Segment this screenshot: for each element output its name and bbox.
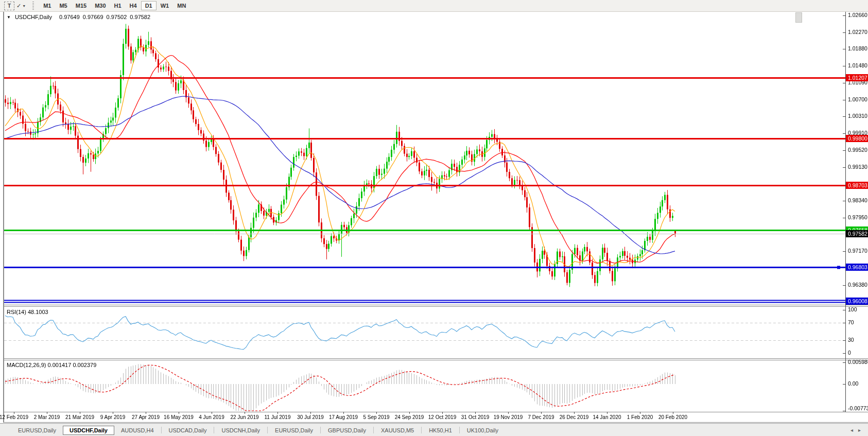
ohlc-open: 0.97649 — [59, 14, 80, 20]
price-axis-tick: 1.01480 — [848, 62, 867, 68]
ohlc-close: 0.97582 — [130, 14, 150, 20]
chart-tab-eurusd-daily[interactable]: EURUSD,Daily — [11, 426, 63, 435]
timeframe-buttons: M1M5M15M30H1H4D1W1MN — [39, 1, 190, 10]
chart-tab-xauusd-m5[interactable]: XAUUSD,M5 — [374, 426, 421, 435]
timeframe-button-m1[interactable]: M1 — [39, 1, 55, 10]
text-template-tool-icon[interactable]: T — [4, 2, 14, 10]
price-axis-tick: 0.97170 — [848, 248, 867, 254]
ohlc-low: 0.97502 — [107, 14, 127, 20]
tab-divider — [214, 427, 214, 433]
tab-divider — [320, 427, 321, 433]
tab-divider — [373, 427, 374, 433]
mt4-terminal: { "toolbar": { "text_tool_glyph": "T", "… — [0, 0, 868, 436]
timeframe-button-d1[interactable]: D1 — [141, 1, 157, 10]
macd-indicator-label: MACD(12,26,9) 0.001417 0.002379 — [7, 362, 96, 368]
price-axis-tick: 0.97950 — [848, 214, 867, 220]
chart-tab-bar: EURUSD,DailyUSDCHF,DailyAUDUSD,H4USDCAD,… — [0, 423, 868, 436]
chart-tab-uk100-daily[interactable]: UK100,Daily — [460, 426, 505, 435]
rsi-axis-tick: 30 — [848, 337, 854, 343]
price-level-badge: 0.97582 — [846, 230, 868, 237]
macd-axis-tick: -0.007737 — [848, 405, 868, 411]
timeframe-button-m15[interactable]: M15 — [72, 1, 91, 10]
tab-divider — [421, 427, 422, 433]
macd-axis-tick: 0.005986 — [848, 359, 868, 365]
timeframe-button-h1[interactable]: H1 — [110, 1, 126, 10]
chevron-down-icon: ▼ — [7, 15, 11, 20]
price-level-badge: 0.99800 — [846, 135, 868, 142]
cycle-colors-tool[interactable]: ✓ ▼ — [16, 1, 26, 10]
tab-divider — [267, 427, 268, 433]
timeframe-button-h4[interactable]: H4 — [126, 1, 141, 10]
chart-tab-usdcnh-daily[interactable]: USDCNH,Daily — [215, 426, 267, 435]
timeframe-button-w1[interactable]: W1 — [157, 1, 173, 10]
scrollbar-thumb[interactable] — [795, 12, 802, 23]
top-toolbar: T ✓ ▼ M1M5M15M30H1H4D1W1MN — [0, 0, 868, 12]
chevron-down-icon: ▼ — [22, 4, 26, 8]
timeframe-button-m5[interactable]: M5 — [55, 1, 71, 10]
rsi-axis-tick: 100 — [848, 306, 857, 312]
tab-scroll-left-icon[interactable]: ◂ — [850, 427, 853, 433]
timeframe-button-m30[interactable]: M30 — [91, 1, 110, 10]
chart-tab-audusd-h4[interactable]: AUDUSD,H4 — [114, 426, 161, 435]
toolbar-grip — [32, 2, 34, 10]
timeframe-button-mn[interactable]: MN — [173, 1, 190, 10]
price-axis-tick: 1.02270 — [848, 29, 867, 35]
price-axis-tick: 0.96380 — [848, 282, 867, 288]
ohlc-high: 0.97669 — [83, 14, 103, 20]
price-level-badge: 1.01207 — [846, 74, 868, 81]
rsi-axis-tick: 70 — [848, 319, 854, 325]
date-axis-label: 20 Feb 2020 — [652, 414, 693, 420]
price-axis-tick: 1.01880 — [848, 45, 867, 51]
chart-tab-usdcad-daily[interactable]: USDCAD,Daily — [162, 426, 214, 435]
price-axis-tick: 0.98340 — [848, 197, 867, 203]
check-icon: ✓ — [16, 3, 21, 9]
price-axis-tick: 1.00700 — [848, 96, 867, 102]
tab-divider — [459, 427, 460, 433]
tab-scroll-right-icon[interactable]: ▸ — [858, 427, 861, 433]
chart-tab-gbpusd-daily[interactable]: GBPUSD,Daily — [321, 426, 373, 435]
symbol-name: USDCHF,Daily — [15, 14, 52, 20]
price-level-badge: 0.96008 — [846, 298, 868, 305]
chart-canvas[interactable] — [0, 0, 868, 436]
price-axis-tick: 1.00310 — [848, 113, 867, 119]
price-level-badge: 0.96803 — [846, 264, 868, 271]
rsi-axis-tick: 0 — [848, 350, 851, 356]
price-axis-tick: 0.99520 — [848, 147, 867, 153]
chart-title[interactable]: ▼ USDCHF,Daily 0.97649 0.97669 0.97502 0… — [7, 14, 150, 20]
rsi-indicator-label: RSI(14) 48.1003 — [7, 309, 48, 315]
price-axis-tick: 1.02660 — [848, 12, 867, 18]
chart-tab-eurusd-daily[interactable]: EURUSD,Daily — [268, 426, 320, 435]
macd-axis-tick: 0.00 — [848, 380, 858, 387]
price-axis-tick: 0.99130 — [848, 164, 867, 170]
chart-tab-hk50-h1[interactable]: HK50,H1 — [422, 426, 459, 435]
tab-divider — [161, 427, 162, 433]
chart-tab-usdchf-daily[interactable]: USDCHF,Daily — [63, 426, 114, 435]
price-level-badge: 0.98703 — [846, 182, 868, 189]
